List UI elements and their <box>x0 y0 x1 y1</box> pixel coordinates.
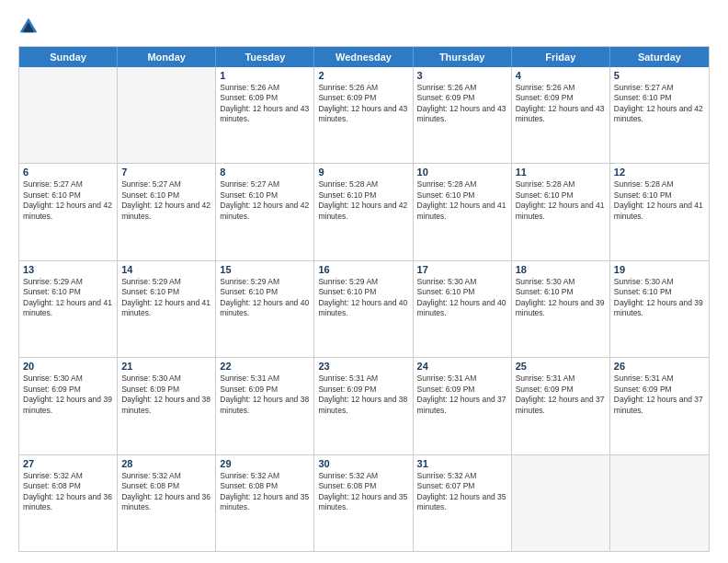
day-number: 14 <box>121 264 211 275</box>
cell-text: Sunrise: 5:29 AM Sunset: 6:10 PM Dayligh… <box>318 277 408 319</box>
day-number: 16 <box>318 264 408 275</box>
cell-text: Sunrise: 5:29 AM Sunset: 6:10 PM Dayligh… <box>220 277 310 319</box>
calendar-header: SundayMondayTuesdayWednesdayThursdayFrid… <box>19 47 709 67</box>
calendar-cell: 16Sunrise: 5:29 AM Sunset: 6:10 PM Dayli… <box>314 261 413 357</box>
day-number: 12 <box>614 167 705 178</box>
cell-text: Sunrise: 5:28 AM Sunset: 6:10 PM Dayligh… <box>614 179 705 222</box>
calendar-cell <box>512 455 610 551</box>
day-number: 1 <box>220 70 310 81</box>
cell-text: Sunrise: 5:32 AM Sunset: 6:08 PM Dayligh… <box>220 471 310 513</box>
header-day-tuesday: Tuesday <box>216 47 314 67</box>
calendar-cell: 25Sunrise: 5:31 AM Sunset: 6:09 PM Dayli… <box>512 358 610 454</box>
cell-text: Sunrise: 5:30 AM Sunset: 6:10 PM Dayligh… <box>417 277 507 319</box>
calendar-cell: 9Sunrise: 5:28 AM Sunset: 6:10 PM Daylig… <box>314 164 413 259</box>
page: SundayMondayTuesdayWednesdayThursdayFrid… <box>0 0 728 563</box>
day-number: 6 <box>23 167 113 178</box>
calendar-row: 27Sunrise: 5:32 AM Sunset: 6:08 PM Dayli… <box>19 455 709 551</box>
day-number: 26 <box>614 361 705 372</box>
calendar-row: 13Sunrise: 5:29 AM Sunset: 6:10 PM Dayli… <box>19 261 709 358</box>
cell-text: Sunrise: 5:31 AM Sunset: 6:09 PM Dayligh… <box>614 373 705 416</box>
day-number: 17 <box>417 264 507 275</box>
calendar-cell: 5Sunrise: 5:27 AM Sunset: 6:10 PM Daylig… <box>610 67 709 163</box>
header-day-saturday: Saturday <box>610 47 709 67</box>
cell-text: Sunrise: 5:32 AM Sunset: 6:08 PM Dayligh… <box>318 471 408 513</box>
calendar-cell: 1Sunrise: 5:26 AM Sunset: 6:09 PM Daylig… <box>216 67 314 163</box>
cell-text: Sunrise: 5:30 AM Sunset: 6:09 PM Dayligh… <box>121 373 211 416</box>
header <box>18 17 710 37</box>
day-number: 22 <box>220 361 310 372</box>
cell-text: Sunrise: 5:30 AM Sunset: 6:10 PM Dayligh… <box>614 277 705 319</box>
calendar-cell <box>610 455 709 551</box>
day-number: 13 <box>23 264 113 275</box>
day-number: 21 <box>121 361 211 372</box>
day-number: 7 <box>121 167 211 178</box>
calendar-cell: 18Sunrise: 5:30 AM Sunset: 6:10 PM Dayli… <box>512 261 610 357</box>
cell-text: Sunrise: 5:32 AM Sunset: 6:07 PM Dayligh… <box>417 471 507 513</box>
day-number: 8 <box>220 167 310 178</box>
day-number: 10 <box>417 167 507 178</box>
cell-text: Sunrise: 5:31 AM Sunset: 6:09 PM Dayligh… <box>220 373 310 416</box>
day-number: 31 <box>417 458 507 469</box>
header-day-wednesday: Wednesday <box>314 47 413 67</box>
cell-text: Sunrise: 5:32 AM Sunset: 6:08 PM Dayligh… <box>23 471 113 513</box>
cell-text: Sunrise: 5:28 AM Sunset: 6:10 PM Dayligh… <box>417 179 507 222</box>
header-day-thursday: Thursday <box>414 47 512 67</box>
header-day-friday: Friday <box>512 47 610 67</box>
calendar-cell: 31Sunrise: 5:32 AM Sunset: 6:07 PM Dayli… <box>414 455 512 551</box>
day-number: 11 <box>516 167 606 178</box>
cell-text: Sunrise: 5:28 AM Sunset: 6:10 PM Dayligh… <box>516 179 606 222</box>
calendar-cell: 19Sunrise: 5:30 AM Sunset: 6:10 PM Dayli… <box>610 261 709 357</box>
calendar-cell: 12Sunrise: 5:28 AM Sunset: 6:10 PM Dayli… <box>610 164 709 259</box>
day-number: 5 <box>614 70 705 81</box>
calendar-cell: 28Sunrise: 5:32 AM Sunset: 6:08 PM Dayli… <box>118 455 216 551</box>
cell-text: Sunrise: 5:26 AM Sunset: 6:09 PM Dayligh… <box>220 83 310 125</box>
cell-text: Sunrise: 5:26 AM Sunset: 6:09 PM Dayligh… <box>417 83 507 125</box>
calendar-cell: 22Sunrise: 5:31 AM Sunset: 6:09 PM Dayli… <box>216 358 314 454</box>
calendar-cell: 15Sunrise: 5:29 AM Sunset: 6:10 PM Dayli… <box>216 261 314 357</box>
calendar-cell: 20Sunrise: 5:30 AM Sunset: 6:09 PM Dayli… <box>19 358 118 454</box>
calendar: SundayMondayTuesdayWednesdayThursdayFrid… <box>18 46 710 552</box>
day-number: 3 <box>417 70 507 81</box>
header-day-monday: Monday <box>118 47 216 67</box>
calendar-cell: 13Sunrise: 5:29 AM Sunset: 6:10 PM Dayli… <box>19 261 118 357</box>
day-number: 20 <box>23 361 113 372</box>
day-number: 15 <box>220 264 310 275</box>
calendar-cell: 17Sunrise: 5:30 AM Sunset: 6:10 PM Dayli… <box>414 261 512 357</box>
cell-text: Sunrise: 5:31 AM Sunset: 6:09 PM Dayligh… <box>318 373 408 416</box>
cell-text: Sunrise: 5:30 AM Sunset: 6:10 PM Dayligh… <box>516 277 606 319</box>
day-number: 23 <box>318 361 408 372</box>
day-number: 9 <box>318 167 408 178</box>
day-number: 30 <box>318 458 408 469</box>
cell-text: Sunrise: 5:27 AM Sunset: 6:10 PM Dayligh… <box>23 179 113 222</box>
cell-text: Sunrise: 5:29 AM Sunset: 6:10 PM Dayligh… <box>121 277 211 319</box>
cell-text: Sunrise: 5:30 AM Sunset: 6:09 PM Dayligh… <box>23 373 113 416</box>
calendar-cell: 4Sunrise: 5:26 AM Sunset: 6:09 PM Daylig… <box>512 67 610 163</box>
logo-icon <box>18 17 39 37</box>
cell-text: Sunrise: 5:31 AM Sunset: 6:09 PM Dayligh… <box>417 373 507 416</box>
calendar-cell: 27Sunrise: 5:32 AM Sunset: 6:08 PM Dayli… <box>19 455 118 551</box>
day-number: 2 <box>318 70 408 81</box>
calendar-cell <box>19 67 118 163</box>
calendar-cell: 10Sunrise: 5:28 AM Sunset: 6:10 PM Dayli… <box>414 164 512 259</box>
calendar-cell: 30Sunrise: 5:32 AM Sunset: 6:08 PM Dayli… <box>314 455 413 551</box>
calendar-cell: 6Sunrise: 5:27 AM Sunset: 6:10 PM Daylig… <box>19 164 118 259</box>
calendar-cell: 7Sunrise: 5:27 AM Sunset: 6:10 PM Daylig… <box>118 164 216 259</box>
cell-text: Sunrise: 5:26 AM Sunset: 6:09 PM Dayligh… <box>318 83 408 125</box>
calendar-cell: 21Sunrise: 5:30 AM Sunset: 6:09 PM Dayli… <box>118 358 216 454</box>
calendar-row: 1Sunrise: 5:26 AM Sunset: 6:09 PM Daylig… <box>19 67 709 164</box>
cell-text: Sunrise: 5:32 AM Sunset: 6:08 PM Dayligh… <box>121 471 211 513</box>
day-number: 25 <box>516 361 606 372</box>
calendar-cell: 29Sunrise: 5:32 AM Sunset: 6:08 PM Dayli… <box>216 455 314 551</box>
cell-text: Sunrise: 5:28 AM Sunset: 6:10 PM Dayligh… <box>318 179 408 222</box>
cell-text: Sunrise: 5:31 AM Sunset: 6:09 PM Dayligh… <box>516 373 606 416</box>
calendar-body: 1Sunrise: 5:26 AM Sunset: 6:09 PM Daylig… <box>19 67 709 551</box>
calendar-cell: 11Sunrise: 5:28 AM Sunset: 6:10 PM Dayli… <box>512 164 610 259</box>
calendar-cell: 26Sunrise: 5:31 AM Sunset: 6:09 PM Dayli… <box>610 358 709 454</box>
calendar-row: 6Sunrise: 5:27 AM Sunset: 6:10 PM Daylig… <box>19 164 709 260</box>
cell-text: Sunrise: 5:27 AM Sunset: 6:10 PM Dayligh… <box>121 179 211 222</box>
day-number: 29 <box>220 458 310 469</box>
header-day-sunday: Sunday <box>19 47 118 67</box>
cell-text: Sunrise: 5:27 AM Sunset: 6:10 PM Dayligh… <box>220 179 310 222</box>
day-number: 24 <box>417 361 507 372</box>
cell-text: Sunrise: 5:27 AM Sunset: 6:10 PM Dayligh… <box>614 83 705 125</box>
